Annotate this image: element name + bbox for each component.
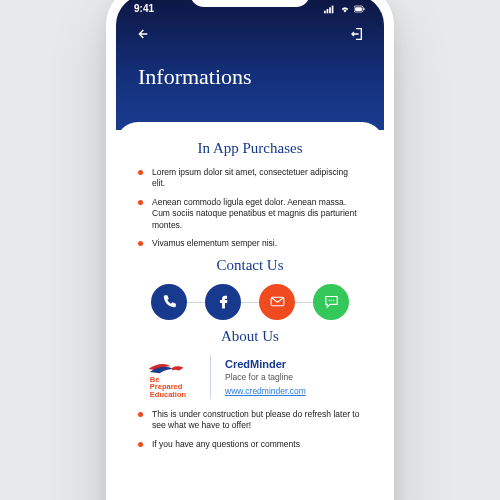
- contact-facebook-button[interactable]: [205, 284, 241, 320]
- signal-icon: [324, 4, 336, 14]
- brand-tagline: Place for a tagline: [225, 372, 306, 382]
- screen: 9:41 Informations In App Purchases: [116, 0, 384, 500]
- list-item: This is under construction but please do…: [138, 409, 362, 432]
- email-icon: [269, 293, 286, 310]
- sms-icon: [323, 293, 340, 310]
- brand-logo: Be Prepared Education: [140, 356, 196, 399]
- brand-block: CredMinder Place for a tagline www.credm…: [225, 358, 306, 396]
- section-heading-purchases: In App Purchases: [136, 140, 364, 157]
- exit-icon: [350, 26, 366, 42]
- svg-rect-3: [332, 5, 334, 13]
- back-button[interactable]: [134, 26, 150, 46]
- brand-url-link[interactable]: www.credminder.com: [225, 386, 306, 396]
- svg-point-9: [330, 300, 331, 301]
- notch: [190, 0, 310, 7]
- header: 9:41 Informations: [116, 0, 384, 130]
- exit-button[interactable]: [350, 26, 366, 46]
- brand-name: CredMinder: [225, 358, 306, 370]
- list-item: Aenean commodo ligula eget dolor. Aenean…: [138, 197, 362, 231]
- phone-icon: [161, 293, 178, 310]
- status-icons: [324, 4, 366, 14]
- about-row: Be Prepared Education CredMinder Place f…: [140, 355, 360, 399]
- svg-rect-1: [327, 9, 329, 13]
- list-item: If you have any questions or comments: [138, 439, 362, 450]
- divider: [210, 355, 211, 399]
- wifi-icon: [339, 4, 351, 14]
- section-heading-contact: Contact Us: [136, 257, 364, 274]
- svg-rect-6: [363, 7, 364, 9]
- nav-bar: [116, 14, 384, 46]
- svg-rect-2: [329, 7, 331, 13]
- arrow-left-icon: [134, 26, 150, 42]
- list-item: Lorem ipsum dolor sit amet, consectetuer…: [138, 167, 362, 190]
- content-card: In App Purchases Lorem ipsum dolor sit a…: [116, 122, 384, 500]
- section-heading-about: About Us: [136, 328, 364, 345]
- svg-rect-0: [324, 10, 326, 13]
- logo-text-line: Education: [150, 390, 186, 399]
- facebook-icon: [215, 293, 232, 310]
- battery-icon: [354, 4, 366, 14]
- status-time: 9:41: [134, 3, 154, 14]
- purchases-list: Lorem ipsum dolor sit amet, consectetuer…: [136, 167, 364, 250]
- contact-phone-button[interactable]: [151, 284, 187, 320]
- contact-buttons: [136, 284, 364, 320]
- list-item: Vivamus elementum semper nisi.: [138, 238, 362, 249]
- svg-point-10: [332, 300, 333, 301]
- about-list: This is under construction but please do…: [136, 409, 364, 450]
- svg-point-8: [328, 300, 329, 301]
- contact-sms-button[interactable]: [313, 284, 349, 320]
- page-title: Informations: [116, 46, 384, 90]
- phone-frame: 9:41 Informations In App Purchases: [106, 0, 394, 500]
- contact-email-button[interactable]: [259, 284, 295, 320]
- svg-rect-5: [355, 7, 362, 11]
